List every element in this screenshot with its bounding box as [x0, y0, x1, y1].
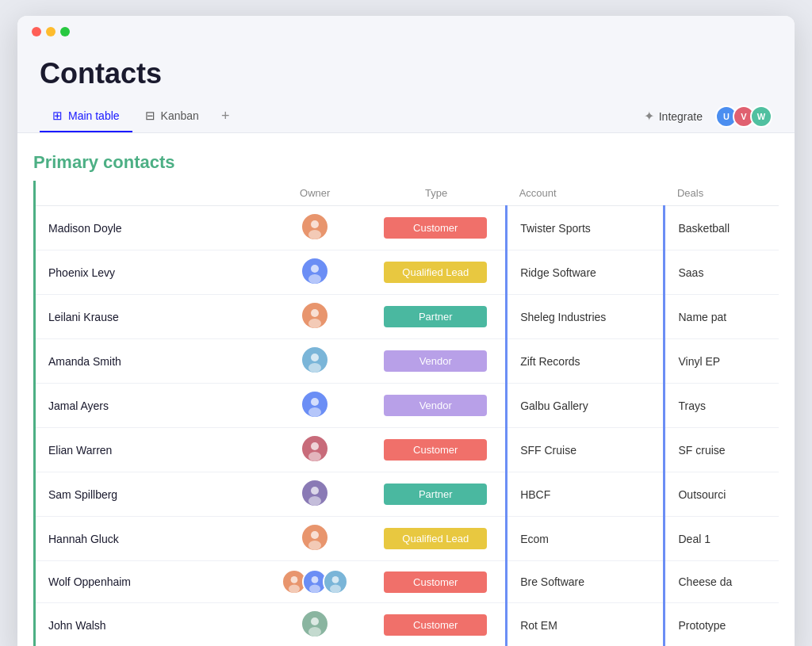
contact-deals: Outsourci [665, 472, 779, 517]
contact-account: HBCF [507, 472, 665, 517]
svg-point-4 [311, 309, 319, 317]
contact-name: John Walsh [36, 603, 264, 647]
type-badge: Customer [384, 571, 487, 593]
table-row[interactable]: Jamal AyersVendorGalbu GalleryTrays [36, 384, 779, 428]
add-tab-button[interactable]: + [212, 100, 239, 132]
contact-type: Partner [366, 295, 506, 339]
contact-owner [264, 561, 366, 603]
user-avatars: U V W [720, 105, 772, 128]
table-row[interactable]: Amanda SmithVendorZift RecordsVinyl EP [36, 339, 779, 384]
contact-account: Ecom [507, 517, 665, 561]
type-badge: Vendor [384, 395, 487, 416]
svg-point-9 [308, 407, 321, 417]
table-row[interactable]: Wolf OppenhaimCustomerBre SoftwareCheese… [36, 561, 779, 603]
svg-point-22 [311, 617, 319, 625]
kanban-icon: ⊟ [145, 109, 155, 123]
contact-owner [264, 250, 366, 295]
tab-main-table-label: Main table [68, 109, 120, 122]
table-row[interactable]: John WalshCustomerRot EMPrototype [36, 603, 779, 647]
svg-point-8 [311, 398, 319, 406]
col-header-type: Type [366, 181, 506, 206]
contact-name: Phoenix Levy [36, 250, 264, 295]
avatar [302, 611, 327, 636]
type-badge: Customer [384, 614, 487, 636]
avatar [323, 569, 348, 594]
table-row[interactable]: Leilani KrausePartnerSheleg IndustriesNa… [36, 295, 779, 339]
contact-account: Zift Records [507, 339, 665, 384]
type-badge: Partner [384, 484, 487, 505]
contact-deals: SF cruise [665, 428, 779, 472]
page-title: Contacts [32, 49, 780, 100]
contact-deals: Name pat [665, 295, 779, 339]
table-row[interactable]: Sam SpillbergPartnerHBCFOutsourci [36, 472, 779, 517]
contact-account: Bre Software [507, 561, 665, 603]
integrate-icon: ✦ [644, 109, 654, 124]
tab-kanban[interactable]: ⊟ Kanban [132, 101, 212, 132]
svg-point-5 [308, 319, 321, 328]
svg-point-6 [311, 354, 319, 361]
col-header-account: Account [507, 181, 665, 206]
table-row[interactable]: Hannah GluckQualified LeadEcomDeal 1 [36, 517, 779, 561]
titlebar: Contacts ⊞ Main table ⊟ Kanban + ✦ Integ… [17, 16, 795, 133]
contact-deals: Deal 1 [665, 517, 779, 561]
contact-type: Customer [366, 561, 506, 603]
contact-name: Madison Doyle [36, 206, 264, 250]
type-badge: Customer [384, 217, 487, 239]
section-title: Primary contacts [33, 152, 779, 173]
contact-owner [264, 472, 366, 517]
svg-point-17 [289, 585, 300, 594]
maximize-button[interactable] [60, 27, 70, 36]
minimize-button[interactable] [46, 27, 56, 36]
contact-owner [264, 384, 366, 428]
contact-type: Customer [366, 206, 506, 250]
svg-point-1 [308, 230, 321, 239]
contact-deals: Cheese da [665, 561, 779, 603]
svg-point-3 [308, 274, 321, 284]
contact-type: Customer [366, 428, 506, 472]
contact-deals: Prototype [665, 603, 779, 647]
contact-owner [264, 206, 366, 250]
svg-point-18 [312, 576, 319, 583]
content-area: Primary contacts Owner Type Account Deal… [17, 133, 795, 646]
close-button[interactable] [32, 27, 41, 36]
contact-owner [264, 603, 366, 647]
contact-name: Sam Spillberg [36, 472, 264, 517]
col-header-deals: Deals [665, 181, 779, 206]
avatar [302, 214, 327, 239]
integrate-button[interactable]: ✦ Integrate [633, 104, 714, 128]
svg-point-21 [330, 585, 341, 594]
svg-point-10 [311, 442, 319, 450]
contact-name: Elian Warren [36, 428, 264, 472]
type-badge: Vendor [384, 350, 487, 372]
contact-owner [264, 517, 366, 561]
table-row[interactable]: Elian WarrenCustomerSFF CruiseSF cruise [36, 428, 779, 472]
svg-point-20 [332, 576, 339, 583]
contact-owner [264, 295, 366, 339]
tab-main-table[interactable]: ⊞ Main table [40, 101, 132, 132]
contact-type: Qualified Lead [366, 250, 506, 295]
contact-account: Twister Sports [507, 206, 665, 250]
table-row[interactable]: Phoenix LevyQualified LeadRidge Software… [36, 250, 779, 295]
contacts-table: Owner Type Account Deals Madison DoyleCu… [36, 181, 779, 646]
tab-bar: ⊞ Main table ⊟ Kanban + ✦ Integrate U V … [32, 100, 780, 132]
svg-point-15 [308, 541, 321, 550]
contact-account: Rot EM [507, 603, 665, 647]
svg-point-0 [311, 220, 319, 228]
avatar [302, 347, 327, 373]
contact-name: Hannah Gluck [36, 517, 264, 561]
contact-account: Ridge Software [507, 250, 665, 295]
user-avatar-3[interactable]: W [750, 105, 772, 128]
svg-point-11 [308, 452, 321, 461]
contact-deals: Trays [665, 384, 779, 428]
contact-name: Wolf Oppenhaim [36, 561, 264, 603]
col-header-owner: Owner [264, 181, 366, 206]
contact-account: Sheleg Industries [507, 295, 665, 339]
contact-name: Leilani Krause [36, 295, 264, 339]
svg-point-12 [311, 487, 319, 495]
type-badge: Qualified Lead [384, 262, 487, 283]
type-badge: Partner [384, 306, 487, 327]
contact-owner [264, 339, 366, 384]
svg-point-14 [311, 531, 319, 539]
contact-name: Amanda Smith [36, 339, 264, 384]
table-row[interactable]: Madison DoyleCustomerTwister SportsBaske… [36, 206, 779, 250]
